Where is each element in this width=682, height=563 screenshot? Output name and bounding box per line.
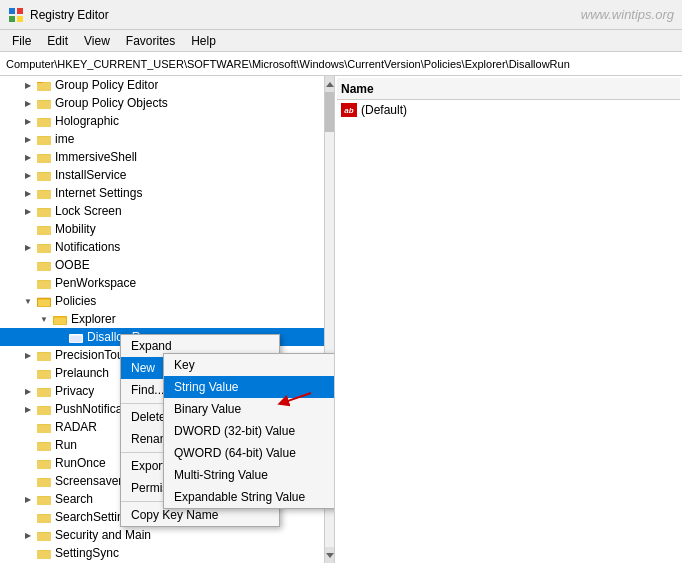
tree-label: ImmersiveShell (55, 150, 137, 164)
ctx-copy-key-name[interactable]: Copy Key Name (121, 504, 279, 526)
tree-item-notifications[interactable]: Notifications (0, 238, 334, 256)
tree-label: Holographic (55, 114, 119, 128)
right-pane-header: Name (337, 78, 680, 100)
folder-icon (36, 365, 52, 381)
expand-icon[interactable] (20, 171, 36, 180)
tree-item-policies[interactable]: Policies (0, 292, 334, 310)
tree-label: Lock Screen (55, 204, 122, 218)
tree-item-group-policy-editor[interactable]: Group Policy Editor (0, 76, 334, 94)
expand-icon[interactable] (20, 531, 36, 540)
folder-icon (36, 419, 52, 435)
svg-rect-30 (37, 281, 51, 289)
svg-rect-55 (37, 497, 51, 505)
value-row-default[interactable]: ab (Default) (337, 100, 680, 120)
tree-label: Internet Settings (55, 186, 142, 200)
tree-item-group-policy-objects[interactable]: Group Policy Objects (0, 94, 334, 112)
svg-rect-28 (37, 263, 51, 271)
svg-rect-18 (37, 173, 51, 181)
svg-rect-12 (37, 119, 51, 127)
tree-item-security-and-main[interactable]: Security and Main (0, 526, 334, 544)
tree-label: Security and Main (55, 528, 151, 542)
svg-rect-1 (17, 8, 23, 14)
expand-icon[interactable] (20, 99, 36, 108)
expand-icon[interactable] (20, 387, 36, 396)
svg-rect-0 (9, 8, 15, 14)
tree-label: Run (55, 438, 77, 452)
expand-icon[interactable] (20, 81, 36, 90)
folder-icon (36, 401, 52, 417)
expand-icon[interactable] (36, 315, 52, 324)
address-path: Computer\HKEY_CURRENT_USER\SOFTWARE\Micr… (6, 58, 570, 70)
menu-favorites[interactable]: Favorites (118, 32, 183, 50)
folder-icon (36, 509, 52, 525)
expand-icon[interactable] (20, 351, 36, 360)
tree-item-explorer[interactable]: Explorer (0, 310, 334, 328)
expand-icon[interactable] (20, 243, 36, 252)
svg-rect-2 (9, 16, 15, 22)
svg-rect-14 (37, 137, 51, 145)
ctx-new[interactable]: New ▶ (121, 357, 279, 379)
right-pane: Name ab (Default) (335, 76, 682, 563)
tree-item-holographic[interactable]: Holographic (0, 112, 334, 130)
svg-rect-61 (37, 551, 51, 559)
tree-label: Explorer (71, 312, 116, 326)
tree-label: Mobility (55, 222, 96, 236)
ctx-find[interactable]: Find... (121, 379, 279, 401)
tree-item-penworkspace[interactable]: PenWorkspace (0, 274, 334, 292)
app-title: Registry Editor (30, 8, 109, 22)
folder-icon (36, 257, 52, 273)
svg-rect-51 (37, 461, 51, 469)
tree-label: RADAR (55, 420, 97, 434)
tree-label: Notifications (55, 240, 120, 254)
folder-icon (36, 203, 52, 219)
expand-icon[interactable] (20, 189, 36, 198)
expand-icon[interactable] (20, 207, 36, 216)
tree-label: Search (55, 492, 93, 506)
expand-icon[interactable] (20, 297, 36, 306)
tree-item-mobility[interactable]: Mobility (0, 220, 334, 238)
expand-icon[interactable] (20, 117, 36, 126)
ctx-delete[interactable]: Delete (121, 406, 279, 428)
tree-item-settingsync[interactable]: SettingSync (0, 544, 334, 562)
folder-icon (36, 473, 52, 489)
folder-icon (36, 221, 52, 237)
tree-item-immersiveshell[interactable]: ImmersiveShell (0, 148, 334, 166)
ctx-expand[interactable]: Expand (121, 335, 279, 357)
menu-help[interactable]: Help (183, 32, 224, 50)
folder-icon (36, 149, 52, 165)
menu-file[interactable]: File (4, 32, 39, 50)
folder-icon (36, 185, 52, 201)
menu-edit[interactable]: Edit (39, 32, 76, 50)
tree-item-installservice[interactable]: InstallService (0, 166, 334, 184)
tree-item-internet-settings[interactable]: Internet Settings (0, 184, 334, 202)
submenu-arrow-icon: ▶ (252, 363, 259, 373)
tree-item-lock-screen[interactable]: Lock Screen (0, 202, 334, 220)
ctx-export[interactable]: Export (121, 455, 279, 477)
svg-rect-41 (37, 371, 51, 379)
tree-item-oobe[interactable]: OOBE (0, 256, 334, 274)
svg-rect-37 (70, 336, 82, 343)
tree-pane[interactable]: Group Policy Editor Group Policy Objects… (0, 76, 335, 563)
svg-rect-43 (37, 389, 51, 397)
ctx-permissions[interactable]: Permissions... (121, 477, 279, 499)
expand-icon[interactable] (20, 405, 36, 414)
expand-icon[interactable] (20, 135, 36, 144)
tree-item-ime[interactable]: ime (0, 130, 334, 148)
ctx-rename[interactable]: Rename (121, 428, 279, 450)
watermark: www.wintips.org (581, 7, 674, 22)
svg-rect-59 (37, 533, 51, 541)
folder-icon (36, 275, 52, 291)
folder-icon (36, 383, 52, 399)
ctx-separator-1 (121, 403, 279, 404)
folder-icon (36, 167, 52, 183)
expand-icon[interactable] (20, 153, 36, 162)
svg-rect-22 (37, 209, 51, 217)
menu-view[interactable]: View (76, 32, 118, 50)
svg-rect-26 (37, 245, 51, 253)
expand-icon[interactable] (20, 495, 36, 504)
context-menu: Expand New ▶ Find... Delete Rename (120, 334, 280, 527)
tree-label: SettingSync (55, 546, 119, 560)
tree-label: InstallService (55, 168, 126, 182)
tree-label: RunOnce (55, 456, 106, 470)
tree-label: PenWorkspace (55, 276, 136, 290)
